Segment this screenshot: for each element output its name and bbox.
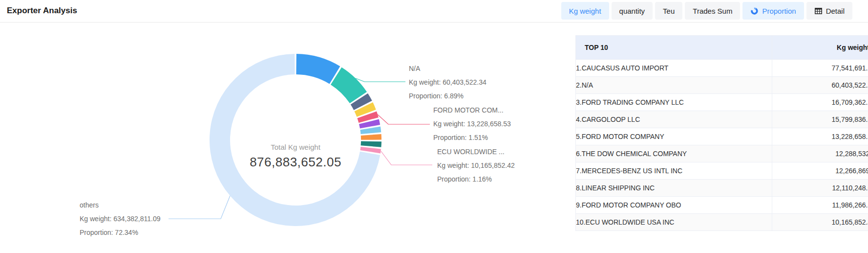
chart-callout-ecu-worldwide: ECU WORLDWIDE ... Kg weight: 10,165,852.… <box>437 145 515 186</box>
exporter-donut-chart: Total Kg weight 876,883,652.05 N/A Kg we… <box>0 23 562 253</box>
exporter-name-cell: 2.N/A <box>576 77 772 94</box>
tab-quantity[interactable]: quantity <box>612 2 653 20</box>
exporter-name-cell: 10.ECU WORLDWIDE USA INC <box>576 214 772 231</box>
table-row: 4.CARGOLOOP LLC15,799,836.56 <box>576 111 868 128</box>
table-icon <box>814 7 823 15</box>
top10-column-header: TOP 10 <box>576 36 772 60</box>
top10-table: TOP 10 Kg weight 1.CAUCASUS AUTO IMPORT7… <box>575 35 868 231</box>
table-row: 8.LINEAR SHIPPING INC12,110,248.67 <box>576 180 868 197</box>
pie-chart-icon <box>750 7 759 15</box>
chart-callout-others: others Kg weight: 634,382,811.09 Proport… <box>80 198 161 239</box>
table-row: 10.ECU WORLDWIDE USA INC10,165,852.42 <box>576 214 868 231</box>
total-kg-weight-value: 876,883,652.05 <box>222 155 369 170</box>
table-row: 1.CAUCASUS AUTO IMPORT77,541,691.14 <box>576 60 868 77</box>
tab-proportion[interactable]: Proportion <box>742 2 804 20</box>
tab-teu[interactable]: Teu <box>655 2 682 20</box>
callout-kg-weight: Kg weight: 13,228,658.53 <box>433 117 511 131</box>
kg-weight-cell: 60,403,522.34 <box>772 77 868 94</box>
tab-kg-weight[interactable]: Kg weight <box>561 2 609 20</box>
metric-toolbar: Kg weight quantity Teu Trades Sum Propor… <box>561 2 852 20</box>
exporter-name-cell: 4.CARGOLOOP LLC <box>576 111 772 128</box>
callout-name: ECU WORLDWIDE ... <box>437 145 515 159</box>
kg-weight-cell: 13,228,658.53 <box>772 128 868 145</box>
kg-weight-cell: 12,266,869.7 <box>772 162 868 180</box>
table-row: 6.THE DOW CHEMICAL COMPANY12,288,532.3 <box>576 145 868 162</box>
top10-table-body: 1.CAUCASUS AUTO IMPORT77,541,691.142.N/A… <box>576 60 868 231</box>
callout-proportion: Proportion: 1.51% <box>433 131 511 144</box>
page-title: Exporter Analysis <box>7 6 77 16</box>
tab-trades-sum[interactable]: Trades Sum <box>685 2 740 20</box>
tab-teu-label: Teu <box>663 7 675 15</box>
exporter-name-cell: 9.FORD MOTOR COMPANY OBO <box>576 197 772 214</box>
kg-weight-cell: 12,110,248.67 <box>772 180 868 197</box>
table-row: 2.N/A60,403,522.34 <box>576 77 868 94</box>
callout-name: others <box>80 198 161 212</box>
label-line-na <box>356 78 405 82</box>
table-row: 5.FORD MOTOR COMPANY13,228,658.53 <box>576 128 868 145</box>
callout-proportion: Proportion: 72.34% <box>80 226 161 239</box>
total-kg-weight-label: Total Kg weight <box>222 143 369 151</box>
kg-weight-cell: 77,541,691.14 <box>772 60 868 77</box>
kg-weight-cell: 15,799,836.56 <box>772 111 868 128</box>
tab-quantity-label: quantity <box>619 7 645 15</box>
kg-weight-cell: 10,165,852.42 <box>772 214 868 231</box>
kg-weight-cell: 12,288,532.3 <box>772 145 868 162</box>
table-header-row: TOP 10 Kg weight <box>576 36 868 60</box>
callout-kg-weight: Kg weight: 634,382,811.09 <box>80 212 161 226</box>
callout-name: FORD MOTOR COM... <box>433 103 511 117</box>
callout-kg-weight: Kg weight: 10,165,852.42 <box>437 159 515 172</box>
header-bar: Exporter Analysis Kg weight quantity Teu… <box>0 0 868 23</box>
chart-callout-na: N/A Kg weight: 60,403,522.34 Proportion:… <box>409 62 487 103</box>
tab-kg-weight-label: Kg weight <box>569 7 601 15</box>
exporter-name-cell: 3.FORD TRADING COMPANY LLC <box>576 94 772 111</box>
kg-weight-cell: 16,709,362.71 <box>772 94 868 111</box>
donut-center-label: Total Kg weight 876,883,652.05 <box>222 143 369 170</box>
table-row: 7.MERCEDES-BENZ US INTL INC12,266,869.7 <box>576 162 868 180</box>
kg-weight-cell: 11,986,266.59 <box>772 197 868 214</box>
exporter-name-cell: 8.LINEAR SHIPPING INC <box>576 180 772 197</box>
label-line-ford-motor <box>378 115 430 124</box>
table-row: 3.FORD TRADING COMPANY LLC16,709,362.71 <box>576 94 868 111</box>
callout-proportion: Proportion: 1.16% <box>437 172 515 186</box>
callout-proportion: Proportion: 6.89% <box>409 89 487 103</box>
callout-name: N/A <box>409 62 487 75</box>
kg-weight-column-header: Kg weight <box>772 36 868 60</box>
exporter-name-cell: 7.MERCEDES-BENZ US INTL INC <box>576 162 772 180</box>
label-line-ecu-worldwide <box>381 151 432 165</box>
exporter-name-cell: 5.FORD MOTOR COMPANY <box>576 128 772 145</box>
donut-segment-8-linear-shipping-inc[interactable] <box>361 134 381 140</box>
tab-proportion-label: Proportion <box>762 7 796 15</box>
tab-trades-sum-label: Trades Sum <box>693 7 732 15</box>
exporter-name-cell: 1.CAUCASUS AUTO IMPORT <box>576 60 772 77</box>
table-row: 9.FORD MOTOR COMPANY OBO11,986,266.59 <box>576 197 868 214</box>
chart-callout-ford-motor: FORD MOTOR COM... Kg weight: 13,228,658.… <box>433 103 511 144</box>
exporter-name-cell: 6.THE DOW CHEMICAL COMPANY <box>576 145 772 162</box>
tab-detail[interactable]: Detail <box>806 2 852 20</box>
label-line-others <box>169 196 230 219</box>
callout-kg-weight: Kg weight: 60,403,522.34 <box>409 75 487 89</box>
tab-detail-label: Detail <box>826 7 845 15</box>
donut-segment-1-caucasus-auto-import[interactable] <box>296 54 340 84</box>
